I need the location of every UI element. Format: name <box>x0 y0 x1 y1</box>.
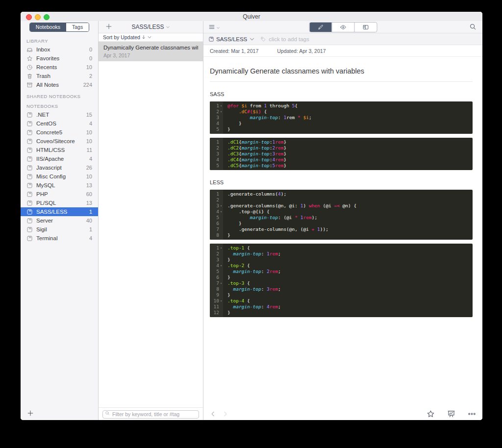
note-list-item[interactable]: Dynamically Generate classnames with va.… <box>99 42 203 61</box>
favorite-button[interactable] <box>427 410 435 418</box>
sidebar-notebook-coveo-sitecore[interactable]: Coveo/Sitecore10 <box>21 137 98 146</box>
code-line: 9} <box>210 292 473 298</box>
code-text: .dC1{margin-top:1rem} <box>223 139 286 145</box>
filter-input[interactable] <box>102 410 199 419</box>
plus-icon <box>27 410 34 417</box>
forward-button[interactable] <box>222 410 228 418</box>
text-cell[interactable]: LESS <box>210 179 473 185</box>
code-line: 10▾.top-4 { <box>210 298 473 304</box>
sidebar-notebook-php[interactable]: PHP60 <box>21 190 98 199</box>
sidebar-list: LIBRARY Inbox0Favorites0Recents10Trash2A… <box>21 33 98 407</box>
fold-arrow-icon[interactable]: ▾ <box>219 103 223 109</box>
item-count: 0 <box>89 55 92 61</box>
sidebar-notebook--net[interactable]: .NET15 <box>21 110 98 119</box>
fold-arrow-icon[interactable]: ▾ <box>219 298 223 304</box>
add-tags-field[interactable]: click to add tags <box>260 36 309 42</box>
preview-mode-button[interactable] <box>331 23 354 32</box>
item-label: All Notes <box>36 82 80 88</box>
sidebar-notebook-iis-apache[interactable]: IIS/Apache4 <box>21 154 98 163</box>
fold-arrow-icon[interactable]: ▾ <box>219 109 223 115</box>
code-line: 2 <box>210 197 473 203</box>
item-count: 40 <box>86 218 92 224</box>
sidebar-notebook-misc-config[interactable]: Misc Config10 <box>21 172 98 181</box>
fold-arrow-icon[interactable]: ▾ <box>219 245 223 251</box>
notebook-title: SASS/LESS <box>131 24 164 30</box>
item-label: Concrete5 <box>36 129 83 135</box>
sidebar-item-favorites[interactable]: Favorites0 <box>21 54 98 63</box>
code-cell[interactable]: 1.generate-columns(4);23▾.generate-colum… <box>210 190 473 240</box>
search-button[interactable] <box>469 23 477 30</box>
notebook-icon <box>26 156 33 162</box>
created-date: Created: Mar 1, 2017 <box>210 48 258 54</box>
line-number-gutter: 2 <box>210 145 223 151</box>
sidebar-notebook-mysql[interactable]: MySQL13 <box>21 181 98 190</box>
code-line: 5 margin-top: 2rem; <box>210 269 473 274</box>
item-label: Favorites <box>36 55 86 61</box>
item-count: 10 <box>86 64 92 70</box>
back-button[interactable] <box>210 410 216 418</box>
notebook-title-dropdown[interactable]: SASS/LESS <box>131 24 170 30</box>
notebook-icon <box>26 129 33 136</box>
sidebar-notebook-terminal[interactable]: Terminal4 <box>21 234 98 243</box>
chevron-right-icon <box>222 410 228 418</box>
sidebar-notebook-concrete5[interactable]: Concrete510 <box>21 128 98 137</box>
tab-notebooks[interactable]: Notebooks <box>30 23 66 31</box>
note-item-date: Apr 3, 2017 <box>103 52 198 58</box>
sidebar-item-inbox[interactable]: Inbox0 <box>21 45 98 54</box>
item-label: Server <box>36 218 83 224</box>
code-line: 6} <box>210 274 473 280</box>
code-text: .top-@{i} { <box>223 209 270 215</box>
sidebar-notebook-javascript[interactable]: Javascript26 <box>21 163 98 172</box>
line-number-gutter: 2 <box>210 251 223 257</box>
item-label: PL/SQL <box>36 200 83 206</box>
sidebar-item-all-notes[interactable]: All Notes224 <box>21 80 98 89</box>
fold-arrow-icon[interactable]: ▾ <box>219 203 223 209</box>
cell-menu-button[interactable] <box>208 24 220 30</box>
note-notebook-dropdown[interactable]: SASS/LESS <box>208 36 255 42</box>
sidebar-notebook-sass-less[interactable]: SASS/LESS1 <box>21 207 98 216</box>
edit-mode-button[interactable] <box>309 23 331 32</box>
tab-tags[interactable]: Tags <box>66 23 89 31</box>
note-title[interactable]: Dynamically Generate classnames with var… <box>210 57 473 82</box>
item-count: 2 <box>89 73 92 79</box>
sidebar-item-recents[interactable]: Recents10 <box>21 63 98 72</box>
sidebar-notebook-sigil[interactable]: Sigil1 <box>21 225 98 234</box>
sidebar-notebook-pl-sql[interactable]: PL/SQL13 <box>21 199 98 207</box>
item-count: 10 <box>86 138 92 144</box>
code-text: .generate-columns(4); <box>223 191 286 197</box>
sidebar-header: Notebooks Tags <box>21 21 98 33</box>
add-notebook-button[interactable] <box>26 410 34 418</box>
split-mode-button[interactable] <box>354 23 376 32</box>
code-cell[interactable]: 1▾@for $i from 1 through 5{2▾ .dC#{$i} {… <box>210 101 473 134</box>
fold-arrow-icon[interactable]: ▾ <box>219 280 223 286</box>
sidebar-notebook-server[interactable]: Server40 <box>21 216 98 225</box>
sidebar-notebook-html-css[interactable]: HTML/CSS11 <box>21 146 98 154</box>
more-options-button[interactable] <box>468 410 476 418</box>
chevron-down-icon <box>249 36 255 42</box>
sidebar-item-trash[interactable]: Trash2 <box>21 72 98 80</box>
sort-bar[interactable]: Sort by Updated <box>99 33 203 42</box>
code-cell[interactable]: 1.dC1{margin-top:1rem}2.dC2{margin-top:2… <box>210 138 473 170</box>
line-number-gutter: 7▾ <box>210 280 223 286</box>
new-note-button[interactable] <box>105 23 113 31</box>
code-line: 5} <box>210 126 473 132</box>
tag-icon <box>260 36 266 42</box>
line-number-gutter: 6 <box>210 274 223 280</box>
presentation-button[interactable] <box>447 410 455 418</box>
item-count: 10 <box>86 174 92 179</box>
fold-arrow-icon[interactable]: ▾ <box>219 263 223 269</box>
updated-date: Updated: Apr 3, 2017 <box>277 48 326 54</box>
code-text: } <box>223 221 242 226</box>
item-label: Trash <box>36 73 86 79</box>
code-cell[interactable]: 1▾.top-1 {2 margin-top: 1rem;3}4▾.top-2 … <box>210 244 473 317</box>
title-bar: Quiver <box>21 12 482 21</box>
code-text: .dC5{margin-top:5rem} <box>223 163 286 169</box>
note-list-header: SASS/LESS <box>99 21 203 33</box>
sidebar-notebook-centos[interactable]: CentOS4 <box>21 119 98 128</box>
fold-arrow-icon[interactable]: ▾ <box>219 209 223 215</box>
text-cell[interactable]: SASS <box>210 91 473 97</box>
notebook-icon <box>26 138 33 145</box>
item-label: .NET <box>36 112 83 118</box>
line-number-gutter: 9 <box>210 292 223 298</box>
line-number-gutter: 4▾ <box>210 209 223 215</box>
